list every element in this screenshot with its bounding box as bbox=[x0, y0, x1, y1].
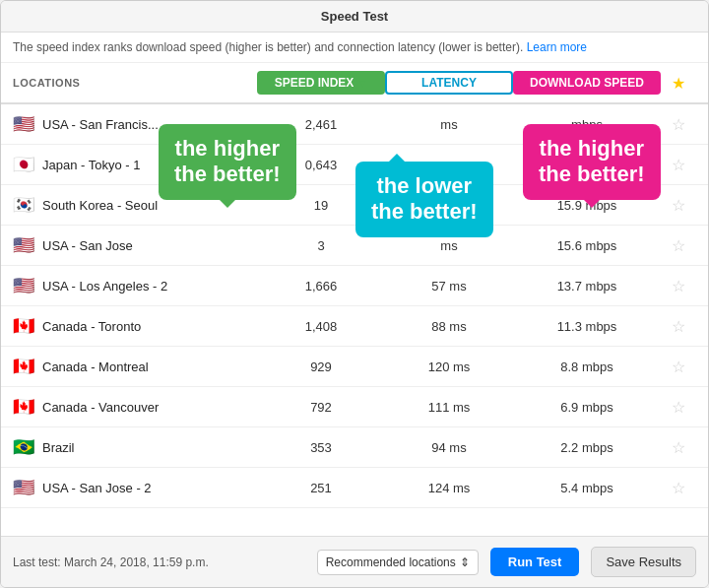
flag-icon: 🇨🇦 bbox=[13, 356, 34, 377]
location-cell: 🇺🇸 USA - San Jose - 2 bbox=[13, 477, 257, 498]
info-text: The speed index ranks download speed (hi… bbox=[13, 40, 523, 54]
table-row: 🇺🇸 USA - Los Angeles - 2 1,666 57 ms 13.… bbox=[1, 266, 708, 306]
location-name: Canada - Montreal bbox=[42, 359, 149, 374]
table-row: 🇨🇦 Canada - Vancouver 792 111 ms 6.9 mbp… bbox=[1, 387, 708, 427]
speed-index-cell: 1,666 bbox=[257, 279, 385, 294]
star-toggle[interactable]: ☆ bbox=[661, 358, 696, 376]
speed-index-cell: 19 bbox=[257, 198, 385, 213]
table-body: 🇺🇸 USA - San Francis... 2,461 ms mbps ☆ … bbox=[1, 104, 708, 536]
latency-cell: ms bbox=[385, 198, 513, 213]
col-latency-header[interactable]: LATENCY bbox=[385, 71, 513, 95]
flag-icon: 🇨🇦 bbox=[13, 396, 34, 418]
location-cell: 🇨🇦 Canada - Vancouver bbox=[13, 396, 257, 418]
location-cell: 🇯🇵 Japan - Tokyo - 1 bbox=[13, 154, 257, 175]
location-cell: 🇺🇸 USA - San Jose bbox=[13, 234, 257, 256]
star-toggle[interactable]: ☆ bbox=[661, 277, 696, 295]
download-cell: 8.8 mbps bbox=[513, 359, 661, 374]
download-cell: 13.7 mbps bbox=[513, 279, 661, 294]
location-select-arrows: ⇕ bbox=[460, 555, 470, 569]
table-container: the higher the better! the lower the bet… bbox=[1, 63, 708, 536]
download-cell: 15.9 mbps bbox=[513, 198, 661, 213]
save-results-button[interactable]: Save Results bbox=[591, 547, 696, 577]
flag-icon: 🇰🇷 bbox=[13, 194, 34, 216]
star-toggle[interactable]: ☆ bbox=[661, 317, 696, 336]
flag-icon: 🇺🇸 bbox=[13, 113, 34, 135]
run-test-button[interactable]: Run Test bbox=[490, 548, 580, 576]
latency-cell: 111 ms bbox=[385, 400, 513, 415]
location-name: Canada - Toronto bbox=[42, 319, 141, 334]
speed-index-cell: 792 bbox=[257, 400, 385, 415]
speed-index-cell: 929 bbox=[257, 359, 385, 374]
star-toggle[interactable]: ☆ bbox=[661, 115, 696, 134]
location-cell: 🇨🇦 Canada - Montreal bbox=[13, 356, 257, 377]
download-cell: 11.3 mbps bbox=[513, 319, 661, 334]
col-speed-index-header[interactable]: SPEED INDEX ▼ bbox=[257, 71, 385, 95]
flag-icon: 🇯🇵 bbox=[13, 154, 34, 175]
location-name: Japan - Tokyo - 1 bbox=[42, 158, 140, 172]
latency-cell: ms bbox=[385, 238, 513, 253]
star-toggle[interactable]: ☆ bbox=[661, 196, 696, 215]
col-download-header[interactable]: DOWNLOAD SPEED bbox=[513, 71, 661, 95]
download-cell: mbps bbox=[513, 117, 661, 132]
download-cell: 15.6 mbps bbox=[513, 238, 661, 253]
download-cell: 6.9 mbps bbox=[513, 400, 661, 415]
table-row: 🇨🇦 Canada - Montreal 929 120 ms 8.8 mbps… bbox=[1, 347, 708, 387]
star-toggle[interactable]: ☆ bbox=[661, 236, 696, 255]
latency-cell: 94 ms bbox=[385, 440, 513, 455]
speed-index-cell: 353 bbox=[257, 440, 385, 455]
download-cell: 5.4 mbps bbox=[513, 481, 661, 495]
download-cell: mbps bbox=[513, 158, 661, 172]
col-locations-header: LOCATIONS bbox=[13, 77, 257, 89]
location-name: USA - San Francis... bbox=[42, 117, 159, 132]
latency-cell: 88 ms bbox=[385, 319, 513, 334]
location-cell: 🇺🇸 USA - San Francis... bbox=[13, 113, 257, 135]
table-row: 🇺🇸 USA - San Francis... 2,461 ms mbps ☆ bbox=[1, 104, 708, 145]
title-bar: Speed Test bbox=[1, 1, 708, 33]
location-name: USA - San Jose bbox=[42, 238, 133, 253]
table-row: 🇯🇵 Japan - Tokyo - 1 0,643 ms mbps ☆ bbox=[1, 145, 708, 185]
flag-icon: 🇺🇸 bbox=[13, 275, 34, 296]
speed-index-cell: 1,408 bbox=[257, 319, 385, 334]
info-bar: The speed index ranks download speed (hi… bbox=[1, 33, 708, 63]
location-select[interactable]: Recommended locations ⇕ bbox=[317, 550, 479, 575]
table-row: 🇺🇸 USA - San Jose 3 ms 15.6 mbps ☆ bbox=[1, 226, 708, 266]
table-row: 🇰🇷 South Korea - Seoul 19 ms 15.9 mbps ☆ bbox=[1, 185, 708, 226]
location-select-label: Recommended locations bbox=[326, 555, 456, 569]
location-cell: 🇺🇸 USA - Los Angeles - 2 bbox=[13, 275, 257, 296]
location-cell: 🇧🇷 Brazil bbox=[13, 436, 257, 458]
flag-icon: 🇨🇦 bbox=[13, 315, 34, 337]
star-toggle[interactable]: ☆ bbox=[661, 156, 696, 174]
latency-cell: ms bbox=[385, 158, 513, 172]
flag-icon: 🇧🇷 bbox=[13, 436, 34, 458]
location-cell: 🇨🇦 Canada - Toronto bbox=[13, 315, 257, 337]
flag-icon: 🇺🇸 bbox=[13, 234, 34, 256]
latency-cell: 57 ms bbox=[385, 279, 513, 294]
speed-index-cell: 0,643 bbox=[257, 158, 385, 172]
location-name: Canada - Vancouver bbox=[42, 400, 159, 415]
latency-cell: 120 ms bbox=[385, 359, 513, 374]
star-toggle[interactable]: ☆ bbox=[661, 398, 696, 417]
flag-icon: 🇺🇸 bbox=[13, 477, 34, 498]
col-star-header: ★ bbox=[661, 74, 696, 93]
star-toggle[interactable]: ☆ bbox=[661, 438, 696, 457]
speed-index-dropdown-arrow: ▼ bbox=[357, 78, 367, 89]
table-row: 🇺🇸 USA - San Jose - 2 251 124 ms 5.4 mbp… bbox=[1, 468, 708, 508]
location-name: South Korea - Seoul bbox=[42, 198, 158, 213]
location-name: USA - San Jose - 2 bbox=[42, 481, 152, 495]
location-name: USA - Los Angeles - 2 bbox=[42, 279, 167, 294]
star-toggle[interactable]: ☆ bbox=[661, 479, 696, 497]
location-cell: 🇰🇷 South Korea - Seoul bbox=[13, 194, 257, 216]
speed-index-cell: 3 bbox=[257, 238, 385, 253]
speed-index-cell: 251 bbox=[257, 481, 385, 495]
latency-cell: 124 ms bbox=[385, 481, 513, 495]
last-test-label: Last test: March 24, 2018, 11:59 p.m. bbox=[13, 555, 305, 569]
table-header: LOCATIONS SPEED INDEX ▼ LATENCY DOWNLOAD… bbox=[1, 63, 708, 104]
table-row: 🇧🇷 Brazil 353 94 ms 2.2 mbps ☆ bbox=[1, 427, 708, 468]
speed-index-cell: 2,461 bbox=[257, 117, 385, 132]
learn-more-link[interactable]: Learn more bbox=[527, 40, 587, 54]
table-row: 🇨🇦 Canada - Toronto 1,408 88 ms 11.3 mbp… bbox=[1, 306, 708, 347]
main-window: Speed Test The speed index ranks downloa… bbox=[0, 0, 709, 588]
footer: Last test: March 24, 2018, 11:59 p.m. Re… bbox=[1, 536, 708, 587]
download-cell: 2.2 mbps bbox=[513, 440, 661, 455]
latency-cell: ms bbox=[385, 117, 513, 132]
